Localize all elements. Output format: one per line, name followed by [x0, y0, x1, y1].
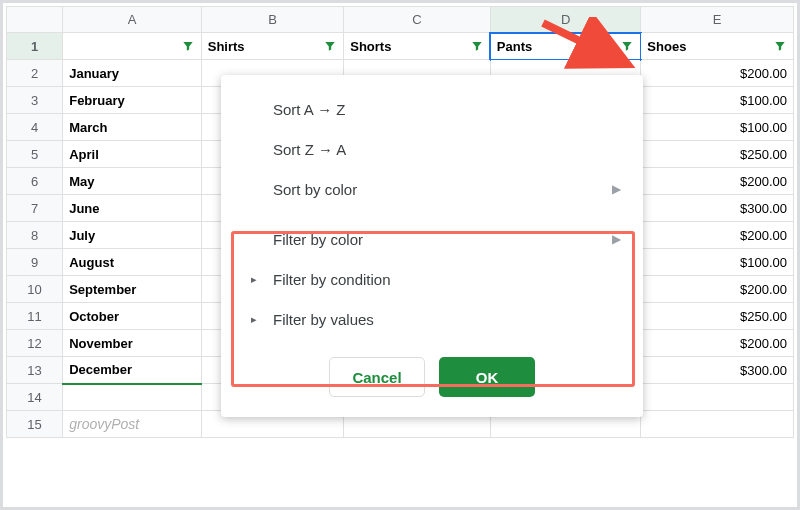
cell-month[interactable]: July	[63, 222, 202, 249]
cell-month[interactable]: February	[63, 87, 202, 114]
cell-A1[interactable]	[63, 33, 202, 60]
column-header-row: A B C D E	[7, 7, 794, 33]
cell-D1[interactable]: Pants	[490, 33, 641, 60]
row-num[interactable]: 5	[7, 141, 63, 168]
header-label: Shoes	[647, 39, 686, 54]
row-num[interactable]: 7	[7, 195, 63, 222]
ok-button[interactable]: OK	[439, 357, 535, 397]
header-label: Shirts	[208, 39, 245, 54]
cell-E1[interactable]: Shoes	[641, 33, 794, 60]
row-num[interactable]: 10	[7, 276, 63, 303]
col-header-B[interactable]: B	[201, 7, 344, 33]
cell-month[interactable]: April	[63, 141, 202, 168]
row-num[interactable]: 8	[7, 222, 63, 249]
filter-icon[interactable]	[321, 37, 339, 55]
cell-month[interactable]: January	[63, 60, 202, 87]
cell-month[interactable]: August	[63, 249, 202, 276]
col-header-E[interactable]: E	[641, 7, 794, 33]
filter-icon[interactable]	[618, 37, 636, 55]
row-num[interactable]: 2	[7, 60, 63, 87]
col-header-C[interactable]: C	[344, 7, 491, 33]
cell-value[interactable]: $100.00	[641, 87, 794, 114]
sort-za[interactable]: Sort Z → A	[221, 129, 643, 169]
row-num[interactable]: 3	[7, 87, 63, 114]
header-row: 1 Shirts Shorts Pants Shoes	[7, 33, 794, 60]
cell-value[interactable]: $300.00	[641, 357, 794, 384]
row-num-1[interactable]: 1	[7, 33, 63, 60]
filter-by-color[interactable]: Filter by color▶	[221, 219, 643, 259]
cell-value[interactable]: $250.00	[641, 303, 794, 330]
cell-month[interactable]: October	[63, 303, 202, 330]
cell-month[interactable]: November	[63, 330, 202, 357]
row-num[interactable]: 13	[7, 357, 63, 384]
row-num[interactable]: 9	[7, 249, 63, 276]
chevron-right-icon: ▶	[612, 182, 621, 196]
cell-value[interactable]: $200.00	[641, 168, 794, 195]
expand-icon: ▸	[251, 273, 257, 286]
chevron-right-icon: ▶	[612, 232, 621, 246]
cell-C1[interactable]: Shorts	[344, 33, 491, 60]
col-header-A[interactable]: A	[63, 7, 202, 33]
cell-month[interactable]: March	[63, 114, 202, 141]
dropdown-buttons: Cancel OK	[221, 339, 643, 401]
filter-by-values[interactable]: ▸Filter by values	[221, 299, 643, 339]
row-num[interactable]: 11	[7, 303, 63, 330]
cell-value[interactable]: $200.00	[641, 276, 794, 303]
cell-month[interactable]: May	[63, 168, 202, 195]
row-num[interactable]: 12	[7, 330, 63, 357]
col-header-D[interactable]: D	[490, 7, 641, 33]
cell-value[interactable]: $100.00	[641, 249, 794, 276]
sort-by-color[interactable]: Sort by color▶	[221, 169, 643, 209]
row-num[interactable]: 14	[7, 384, 63, 411]
expand-icon: ▸	[251, 313, 257, 326]
corner-cell[interactable]	[7, 7, 63, 33]
filter-icon[interactable]	[771, 37, 789, 55]
header-label: Pants	[497, 39, 532, 54]
row-num[interactable]: 15	[7, 411, 63, 438]
cell-value[interactable]: $100.00	[641, 114, 794, 141]
filter-by-condition[interactable]: ▸Filter by condition	[221, 259, 643, 299]
filter-icon[interactable]	[468, 37, 486, 55]
cell-month[interactable]: June	[63, 195, 202, 222]
cell-B1[interactable]: Shirts	[201, 33, 344, 60]
cell-month[interactable]: December	[63, 357, 202, 384]
filter-dropdown: Sort A → Z Sort Z → A Sort by color▶ Fil…	[221, 75, 643, 417]
cell-value[interactable]: $200.00	[641, 222, 794, 249]
row-num[interactable]: 6	[7, 168, 63, 195]
row-num[interactable]: 4	[7, 114, 63, 141]
cell-value[interactable]: $200.00	[641, 60, 794, 87]
cell-value[interactable]: $250.00	[641, 141, 794, 168]
sort-az[interactable]: Sort A → Z	[221, 89, 643, 129]
cell-value[interactable]: $200.00	[641, 330, 794, 357]
cancel-button[interactable]: Cancel	[329, 357, 425, 397]
header-label: Shorts	[350, 39, 391, 54]
filter-icon[interactable]	[179, 37, 197, 55]
cell-month[interactable]: September	[63, 276, 202, 303]
cell-value[interactable]: $300.00	[641, 195, 794, 222]
watermark: groovyPost	[69, 416, 139, 432]
